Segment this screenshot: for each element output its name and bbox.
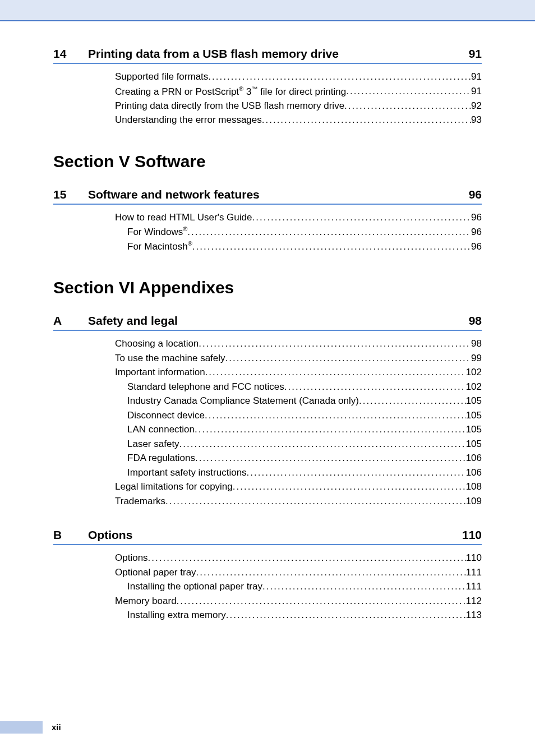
chapter-title: Software and network features [88, 188, 469, 201]
toc-entry-page: 105 [466, 394, 482, 408]
toc-entry-page: 102 [466, 380, 482, 394]
toc-entry-page: 111 [466, 565, 482, 580]
toc-entry[interactable]: Standard telephone and FCC notices .....… [127, 380, 482, 394]
header-band [0, 0, 535, 21]
chapter-header[interactable]: 14Printing data from a USB flash memory … [53, 47, 482, 64]
toc-entry-page: 110 [466, 551, 482, 565]
toc-entry-label: Optional paper tray [115, 565, 196, 580]
toc-entry-page: 96 [471, 225, 482, 239]
toc-entry[interactable]: Understanding the error messages .......… [115, 113, 482, 127]
toc-entry-page: 96 [471, 239, 482, 254]
toc-entry[interactable]: Installing extra memory ................… [127, 608, 482, 623]
toc-entry[interactable]: Memory board............................… [115, 594, 482, 609]
toc-entry-label: Important safety instructions [127, 465, 247, 480]
toc-leader-dots: ........................................… [344, 99, 471, 113]
toc-entry[interactable]: Printing data directly from the USB flas… [115, 99, 482, 113]
toc-entry-page: 105 [466, 422, 482, 437]
toc-entry-page: 99 [471, 351, 482, 366]
toc-list: Options ................................… [115, 551, 482, 623]
toc-entry[interactable]: FDA regulations.........................… [127, 451, 482, 465]
toc-entry[interactable]: Supported file formats..................… [115, 70, 482, 84]
toc-entry-label: Legal limitations for copying [115, 480, 233, 494]
toc-entry[interactable]: Optional paper tray ....................… [115, 565, 482, 580]
toc-entry-page: 109 [466, 494, 482, 509]
toc-entry[interactable]: Options ................................… [115, 551, 482, 565]
chapter-header[interactable]: ASafety and legal98 [53, 314, 482, 331]
chapter-page: 91 [469, 47, 482, 61]
chapter-number: 14 [53, 47, 88, 61]
toc-entry[interactable]: Installing the optional paper tray......… [127, 579, 482, 594]
toc-entry-page: 111 [466, 579, 482, 594]
toc-entry[interactable]: Disconnect device ......................… [127, 408, 482, 423]
toc-leader-dots: ........................................… [359, 394, 466, 408]
toc-leader-dots: ........................................… [252, 210, 471, 225]
toc-leader-dots: ........................................… [195, 451, 466, 465]
chapter-page: 98 [469, 314, 482, 328]
toc-entry-page: 91 [471, 84, 482, 99]
toc-leader-dots: ........................................… [262, 579, 466, 594]
toc-leader-dots: ........................................… [225, 351, 472, 366]
toc-leader-dots: ........................................… [196, 565, 466, 580]
toc-entry-label: Printing data directly from the USB flas… [115, 99, 344, 113]
toc-leader-dots: ........................................… [233, 480, 466, 494]
toc-leader-dots: ........................................… [346, 84, 471, 99]
toc-entry-page: 108 [466, 480, 482, 494]
toc-entry-label: Installing the optional paper tray [127, 579, 262, 594]
chapter-title: Options [88, 528, 462, 542]
toc-leader-dots: ........................................… [187, 225, 471, 239]
toc-leader-dots: ........................................… [284, 380, 466, 394]
toc-entry-page: 92 [471, 99, 482, 113]
chapter-page: 110 [462, 528, 482, 542]
toc-entry-label: Disconnect device [127, 408, 205, 423]
toc-entry-page: 113 [466, 608, 482, 623]
toc-entry-label: LAN connection [127, 422, 195, 437]
toc-entry[interactable]: To use the machine safely...............… [115, 351, 482, 366]
toc-content: 14Printing data from a USB flash memory … [53, 47, 482, 643]
toc-leader-dots: ........................................… [226, 608, 466, 623]
toc-entry[interactable]: LAN connection .........................… [127, 422, 482, 437]
toc-leader-dots: ........................................… [205, 365, 466, 380]
chapter-header[interactable]: BOptions110 [53, 528, 482, 545]
toc-entry[interactable]: Important information...................… [115, 365, 482, 380]
chapter-page: 96 [469, 188, 482, 201]
toc-entry-label: Trademarks [115, 494, 165, 509]
toc-entry[interactable]: How to read HTML User's Guide...........… [115, 210, 482, 225]
toc-entry[interactable]: Legal limitations for copying ..........… [115, 480, 482, 494]
chapter-title: Safety and legal [88, 314, 469, 328]
toc-leader-dots: ........................................… [192, 239, 471, 254]
toc-entry[interactable]: Creating a PRN or PostScript® 3™ file fo… [115, 84, 482, 99]
toc-entry-page: 106 [466, 465, 482, 480]
toc-entry-page: 96 [471, 210, 482, 225]
toc-entry-label: To use the machine safely [115, 351, 225, 366]
toc-entry-label: Understanding the error messages [115, 113, 262, 127]
toc-entry-label: For Macintosh® [127, 239, 192, 253]
toc-entry[interactable]: For Macintosh®..........................… [127, 239, 482, 253]
toc-leader-dots: ........................................… [179, 437, 466, 451]
toc-entry-page: 105 [466, 408, 482, 423]
toc-list: Supported file formats..................… [115, 70, 482, 127]
toc-entry-label: Standard telephone and FCC notices [127, 380, 284, 394]
toc-entry[interactable]: Important safety instructions...........… [127, 465, 482, 480]
toc-entry[interactable]: For Windows®............................… [127, 224, 482, 239]
toc-entry[interactable]: Choosing a location ....................… [115, 336, 482, 351]
chapter-number: A [53, 314, 88, 328]
chapter-header[interactable]: 15Software and network features96 [53, 188, 482, 205]
toc-entry-label: Supported file formats [115, 70, 208, 84]
toc-entry[interactable]: Laser safety ...........................… [127, 437, 482, 451]
page-number: xii [52, 722, 61, 732]
toc-entry-label: Choosing a location [115, 336, 199, 351]
toc-entry-label: Options [115, 551, 148, 565]
toc-leader-dots: ........................................… [148, 551, 466, 565]
toc-entry[interactable]: Industry Canada Compliance Statement (Ca… [127, 394, 482, 408]
toc-leader-dots: ........................................… [247, 465, 466, 480]
toc-entry-label: FDA regulations [127, 451, 195, 465]
toc-entry-label: Memory board [115, 594, 177, 609]
toc-entry-page: 112 [466, 594, 482, 609]
toc-entry-label: Laser safety [127, 437, 179, 451]
chapter-title: Printing data from a USB flash memory dr… [88, 47, 469, 61]
chapter-block: 15Software and network features96How to … [53, 188, 482, 254]
toc-entry-page: 91 [471, 70, 482, 84]
toc-entry[interactable]: Trademarks..............................… [115, 494, 482, 509]
toc-leader-dots: ........................................… [208, 70, 471, 84]
chapter-block: 14Printing data from a USB flash memory … [53, 47, 482, 127]
